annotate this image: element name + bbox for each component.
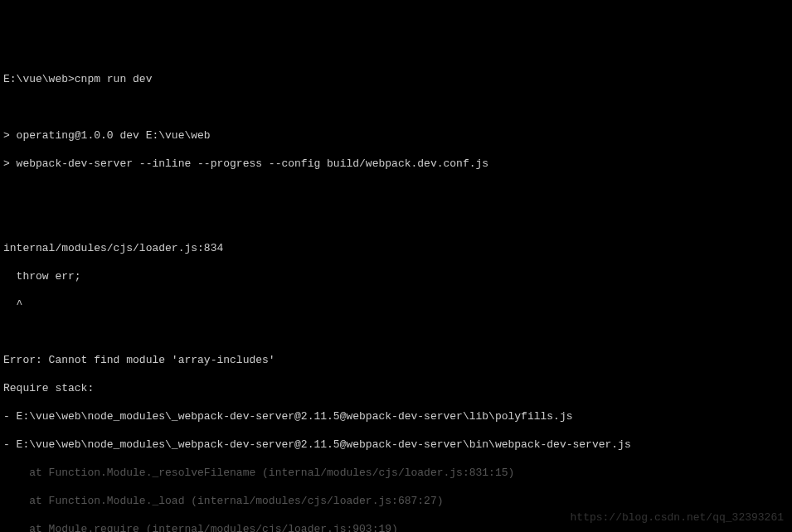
run-line-2: > webpack-dev-server --inline --progress… — [3, 157, 789, 172]
blank — [3, 186, 789, 200]
at-line-1: at Function.Module._resolveFilename (int… — [3, 467, 789, 481]
run-line-1: > operating@1.0.0 dev E:\vue\web — [3, 129, 789, 143]
at-line-3: at Module.require (internal/modules/cjs/… — [3, 523, 789, 532]
at-line-2: at Function.Module._load (internal/modul… — [3, 495, 789, 509]
caret-line: ^ — [3, 298, 789, 312]
loader-line: internal/modules/cjs/loader.js:834 — [3, 242, 789, 256]
prompt-line: E:\vue\web>cnpm run dev — [3, 73, 789, 87]
blank — [3, 214, 789, 228]
require-stack-header: Require stack: — [3, 382, 789, 396]
stack-entry-2: - E:\vue\web\node_modules\_webpack-dev-s… — [3, 438, 789, 452]
throw-line: throw err; — [3, 270, 789, 284]
blank — [3, 101, 789, 115]
blank — [3, 326, 789, 340]
error-line: Error: Cannot find module 'array-include… — [3, 354, 789, 368]
stack-entry-1: - E:\vue\web\node_modules\_webpack-dev-s… — [3, 410, 789, 424]
terminal-output[interactable]: E:\vue\web>cnpm run dev > operating@1.0.… — [3, 60, 789, 532]
